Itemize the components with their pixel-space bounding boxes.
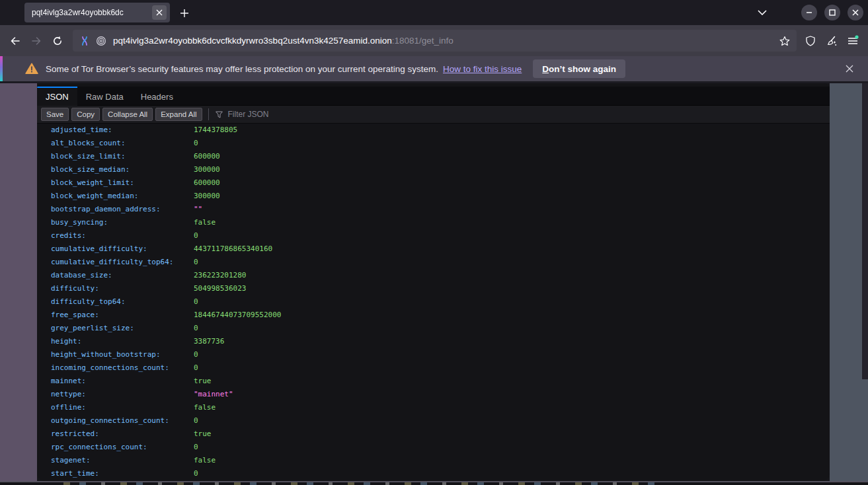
window-controls — [801, 5, 863, 20]
json-viewer-tabs: JSON Raw Data Headers — [37, 87, 830, 106]
list-all-tabs-button[interactable] — [754, 4, 771, 21]
filter-funnel-icon — [215, 110, 223, 119]
json-value: 0 — [194, 348, 198, 361]
filter-json-input[interactable]: Filter JSON — [215, 110, 826, 119]
json-row: start_time:0 — [37, 467, 830, 480]
url-bar[interactable]: pqt4ivlg3a2wr4oyobbk6dcvcfkkdyrwro3sbq2u… — [73, 30, 797, 52]
toolbar-separator — [208, 108, 209, 120]
json-value: "mainnet" — [194, 388, 233, 401]
json-row: offline:false — [37, 401, 830, 414]
back-button[interactable] — [5, 30, 26, 52]
letterbox-margin-left — [0, 83, 37, 481]
notification-bar: Some of Tor Browser’s security features … — [0, 56, 868, 81]
onion-site-icon[interactable] — [96, 36, 106, 46]
json-key: alt_blocks_count: — [51, 137, 194, 150]
browser-tab[interactable]: pqt4ivlg3a2wr4oyobbk6dc — [24, 3, 170, 22]
expand-all-button[interactable]: Expand All — [155, 108, 202, 121]
chevron-down-icon — [758, 10, 767, 15]
copy-button[interactable]: Copy — [71, 108, 100, 121]
json-key: stagenet: — [51, 454, 194, 467]
json-value: 0 — [194, 414, 198, 428]
json-key: incoming_connections_count: — [51, 361, 194, 375]
collapse-all-button[interactable]: Collapse All — [102, 108, 153, 121]
json-key: outgoing_connections_count: — [51, 414, 194, 428]
json-value: false — [194, 454, 216, 467]
json-key: rpc_connections_count: — [51, 441, 194, 454]
tab-headers[interactable]: Headers — [132, 87, 182, 106]
json-value: 0 — [194, 137, 198, 150]
json-key: free_space: — [51, 309, 194, 322]
clipped-text-marks — [63, 482, 668, 485]
json-row: block_size_limit:600000 — [37, 150, 830, 163]
bookmark-star-button[interactable] — [779, 36, 790, 46]
json-key: bootstrap_daemon_address: — [51, 203, 194, 216]
reload-button[interactable] — [47, 30, 68, 52]
json-key: mainnet: — [51, 375, 194, 388]
page-scrollbar[interactable] — [862, 83, 868, 481]
app-menu-button[interactable] — [842, 30, 863, 52]
tab-close-button[interactable] — [152, 5, 167, 20]
dont-show-again-button[interactable]: Don’t show again — [533, 59, 625, 78]
json-row: incoming_connections_count:0 — [37, 361, 830, 375]
tab-raw-data[interactable]: Raw Data — [77, 87, 132, 106]
json-key: height: — [51, 335, 194, 348]
broom-icon — [826, 36, 837, 46]
shield-icon — [805, 36, 816, 46]
tab-json[interactable]: JSON — [37, 87, 77, 106]
json-value: 0 — [194, 467, 198, 480]
json-value: 600000 — [194, 176, 220, 190]
json-row: block_weight_limit:600000 — [37, 176, 830, 190]
save-button[interactable]: Save — [41, 108, 69, 121]
json-key: block_weight_limit: — [51, 176, 194, 190]
json-row: difficulty:504998536023 — [37, 282, 830, 295]
url-text: pqt4ivlg3a2wr4oyobbk6dcvcfkkdyrwro3sbq2u… — [113, 36, 779, 46]
json-key: block_size_median: — [51, 163, 194, 176]
scrollbar-thumb[interactable] — [862, 83, 868, 379]
clipped-content-strip — [0, 482, 868, 485]
minimize-button[interactable] — [801, 5, 817, 20]
json-row: rpc_connections_count:0 — [37, 441, 830, 454]
tab-title: pqt4ivlg3a2wr4oyobbk6dc — [32, 8, 152, 17]
json-key: busy_syncing: — [51, 216, 194, 229]
tab-bar: pqt4ivlg3a2wr4oyobbk6dc — [0, 0, 868, 25]
json-viewer-toolbar: Save Copy Collapse All Expand All Filter… — [37, 106, 830, 124]
json-value: true — [194, 375, 212, 388]
notification-close-button[interactable] — [842, 61, 857, 77]
json-row: outgoing_connections_count:0 — [37, 414, 830, 428]
json-value: 443711786865340160 — [194, 243, 272, 256]
warning-icon — [25, 63, 38, 75]
maximize-button[interactable] — [824, 5, 840, 20]
json-key: block_size_limit: — [51, 150, 194, 163]
json-value: 18446744073709552000 — [194, 309, 281, 322]
json-row: height_without_bootstrap:0 — [37, 348, 830, 361]
navigation-toolbar: pqt4ivlg3a2wr4oyobbk6dcvcfkkdyrwro3sbq2u… — [0, 25, 868, 56]
json-value: 0 — [194, 322, 198, 335]
json-row: stagenet:false — [37, 454, 830, 467]
close-window-button[interactable] — [848, 5, 863, 20]
json-row: busy_syncing:false — [37, 216, 830, 229]
new-tab-button[interactable] — [176, 5, 193, 22]
back-arrow-icon — [10, 36, 20, 46]
close-icon — [156, 9, 163, 16]
json-row: mainnet:true — [37, 375, 830, 388]
json-key: difficulty_top64: — [51, 295, 194, 309]
close-icon — [852, 9, 859, 16]
json-key: offline: — [51, 401, 194, 414]
update-available-dot — [855, 35, 858, 38]
new-identity-button[interactable] — [821, 30, 842, 52]
json-key: start_time: — [51, 467, 194, 480]
json-value: 3387736 — [194, 335, 224, 348]
json-value: 0 — [194, 441, 198, 454]
json-key: cumulative_difficulty_top64: — [51, 256, 194, 269]
plus-icon — [180, 9, 189, 18]
json-value: true — [194, 428, 212, 441]
json-rows: adjusted_time:1744378805alt_blocks_count… — [37, 124, 830, 480]
json-value: 0 — [194, 295, 198, 309]
json-value: 0 — [194, 229, 198, 243]
tor-circuit-icon[interactable] — [79, 36, 90, 46]
reload-icon — [52, 36, 63, 46]
forward-arrow-icon — [31, 36, 42, 46]
forward-button[interactable] — [26, 30, 47, 52]
how-to-fix-link[interactable]: How to fix this issue — [443, 64, 522, 74]
security-level-button[interactable] — [800, 30, 821, 52]
